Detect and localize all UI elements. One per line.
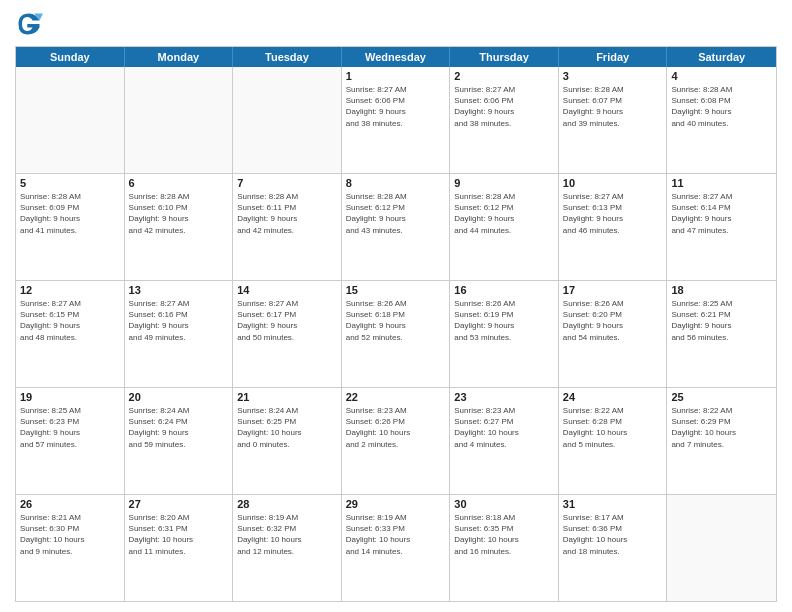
cell-info: Sunrise: 8:19 AM Sunset: 6:32 PM Dayligh… <box>237 512 337 557</box>
calendar-cell: 30Sunrise: 8:18 AM Sunset: 6:35 PM Dayli… <box>450 495 559 601</box>
cell-info: Sunrise: 8:28 AM Sunset: 6:10 PM Dayligh… <box>129 191 229 236</box>
calendar-row-3: 19Sunrise: 8:25 AM Sunset: 6:23 PM Dayli… <box>16 388 776 495</box>
cell-date-number: 19 <box>20 391 120 403</box>
calendar-cell: 11Sunrise: 8:27 AM Sunset: 6:14 PM Dayli… <box>667 174 776 280</box>
calendar-cell: 24Sunrise: 8:22 AM Sunset: 6:28 PM Dayli… <box>559 388 668 494</box>
cell-date-number: 16 <box>454 284 554 296</box>
calendar-cell: 8Sunrise: 8:28 AM Sunset: 6:12 PM Daylig… <box>342 174 451 280</box>
cell-date-number: 6 <box>129 177 229 189</box>
cell-info: Sunrise: 8:23 AM Sunset: 6:27 PM Dayligh… <box>454 405 554 450</box>
cell-info: Sunrise: 8:28 AM Sunset: 6:09 PM Dayligh… <box>20 191 120 236</box>
cell-info: Sunrise: 8:23 AM Sunset: 6:26 PM Dayligh… <box>346 405 446 450</box>
cell-info: Sunrise: 8:27 AM Sunset: 6:17 PM Dayligh… <box>237 298 337 343</box>
calendar-cell: 7Sunrise: 8:28 AM Sunset: 6:11 PM Daylig… <box>233 174 342 280</box>
day-headers: SundayMondayTuesdayWednesdayThursdayFrid… <box>16 47 776 67</box>
cell-info: Sunrise: 8:28 AM Sunset: 6:12 PM Dayligh… <box>454 191 554 236</box>
calendar-cell <box>667 495 776 601</box>
calendar-cell: 25Sunrise: 8:22 AM Sunset: 6:29 PM Dayli… <box>667 388 776 494</box>
cell-info: Sunrise: 8:18 AM Sunset: 6:35 PM Dayligh… <box>454 512 554 557</box>
cell-info: Sunrise: 8:27 AM Sunset: 6:06 PM Dayligh… <box>346 84 446 129</box>
cell-date-number: 10 <box>563 177 663 189</box>
cell-date-number: 11 <box>671 177 772 189</box>
calendar-cell: 5Sunrise: 8:28 AM Sunset: 6:09 PM Daylig… <box>16 174 125 280</box>
day-header-tuesday: Tuesday <box>233 47 342 67</box>
cell-info: Sunrise: 8:27 AM Sunset: 6:16 PM Dayligh… <box>129 298 229 343</box>
calendar-cell: 16Sunrise: 8:26 AM Sunset: 6:19 PM Dayli… <box>450 281 559 387</box>
calendar-cell: 18Sunrise: 8:25 AM Sunset: 6:21 PM Dayli… <box>667 281 776 387</box>
calendar-cell: 29Sunrise: 8:19 AM Sunset: 6:33 PM Dayli… <box>342 495 451 601</box>
cell-info: Sunrise: 8:28 AM Sunset: 6:12 PM Dayligh… <box>346 191 446 236</box>
calendar-cell: 22Sunrise: 8:23 AM Sunset: 6:26 PM Dayli… <box>342 388 451 494</box>
cell-info: Sunrise: 8:22 AM Sunset: 6:29 PM Dayligh… <box>671 405 772 450</box>
cell-info: Sunrise: 8:27 AM Sunset: 6:13 PM Dayligh… <box>563 191 663 236</box>
cell-date-number: 25 <box>671 391 772 403</box>
cell-date-number: 18 <box>671 284 772 296</box>
calendar-cell: 13Sunrise: 8:27 AM Sunset: 6:16 PM Dayli… <box>125 281 234 387</box>
calendar-cell: 12Sunrise: 8:27 AM Sunset: 6:15 PM Dayli… <box>16 281 125 387</box>
cell-date-number: 3 <box>563 70 663 82</box>
page: SundayMondayTuesdayWednesdayThursdayFrid… <box>0 0 792 612</box>
cell-info: Sunrise: 8:27 AM Sunset: 6:06 PM Dayligh… <box>454 84 554 129</box>
day-header-wednesday: Wednesday <box>342 47 451 67</box>
calendar-cell: 19Sunrise: 8:25 AM Sunset: 6:23 PM Dayli… <box>16 388 125 494</box>
calendar-cell: 31Sunrise: 8:17 AM Sunset: 6:36 PM Dayli… <box>559 495 668 601</box>
cell-info: Sunrise: 8:25 AM Sunset: 6:23 PM Dayligh… <box>20 405 120 450</box>
cell-info: Sunrise: 8:24 AM Sunset: 6:24 PM Dayligh… <box>129 405 229 450</box>
calendar-cell <box>233 67 342 173</box>
cell-date-number: 14 <box>237 284 337 296</box>
cell-info: Sunrise: 8:21 AM Sunset: 6:30 PM Dayligh… <box>20 512 120 557</box>
calendar-cell: 3Sunrise: 8:28 AM Sunset: 6:07 PM Daylig… <box>559 67 668 173</box>
calendar-cell: 14Sunrise: 8:27 AM Sunset: 6:17 PM Dayli… <box>233 281 342 387</box>
cell-date-number: 23 <box>454 391 554 403</box>
cell-date-number: 1 <box>346 70 446 82</box>
calendar-cell: 21Sunrise: 8:24 AM Sunset: 6:25 PM Dayli… <box>233 388 342 494</box>
cell-info: Sunrise: 8:22 AM Sunset: 6:28 PM Dayligh… <box>563 405 663 450</box>
cell-date-number: 24 <box>563 391 663 403</box>
cell-info: Sunrise: 8:26 AM Sunset: 6:19 PM Dayligh… <box>454 298 554 343</box>
calendar-cell: 17Sunrise: 8:26 AM Sunset: 6:20 PM Dayli… <box>559 281 668 387</box>
day-header-monday: Monday <box>125 47 234 67</box>
calendar-cell: 28Sunrise: 8:19 AM Sunset: 6:32 PM Dayli… <box>233 495 342 601</box>
calendar-cell <box>16 67 125 173</box>
cell-date-number: 30 <box>454 498 554 510</box>
day-header-friday: Friday <box>559 47 668 67</box>
calendar-cell: 15Sunrise: 8:26 AM Sunset: 6:18 PM Dayli… <box>342 281 451 387</box>
cell-date-number: 28 <box>237 498 337 510</box>
cell-date-number: 17 <box>563 284 663 296</box>
calendar-cell <box>125 67 234 173</box>
cell-info: Sunrise: 8:26 AM Sunset: 6:20 PM Dayligh… <box>563 298 663 343</box>
calendar-row-1: 5Sunrise: 8:28 AM Sunset: 6:09 PM Daylig… <box>16 174 776 281</box>
cell-date-number: 26 <box>20 498 120 510</box>
calendar-cell: 10Sunrise: 8:27 AM Sunset: 6:13 PM Dayli… <box>559 174 668 280</box>
calendar-cell: 27Sunrise: 8:20 AM Sunset: 6:31 PM Dayli… <box>125 495 234 601</box>
cell-info: Sunrise: 8:28 AM Sunset: 6:08 PM Dayligh… <box>671 84 772 129</box>
calendar-row-2: 12Sunrise: 8:27 AM Sunset: 6:15 PM Dayli… <box>16 281 776 388</box>
calendar: SundayMondayTuesdayWednesdayThursdayFrid… <box>15 46 777 602</box>
cell-date-number: 27 <box>129 498 229 510</box>
calendar-cell: 4Sunrise: 8:28 AM Sunset: 6:08 PM Daylig… <box>667 67 776 173</box>
cell-date-number: 12 <box>20 284 120 296</box>
cell-info: Sunrise: 8:24 AM Sunset: 6:25 PM Dayligh… <box>237 405 337 450</box>
cell-date-number: 29 <box>346 498 446 510</box>
calendar-row-4: 26Sunrise: 8:21 AM Sunset: 6:30 PM Dayli… <box>16 495 776 601</box>
calendar-grid: 1Sunrise: 8:27 AM Sunset: 6:06 PM Daylig… <box>16 67 776 601</box>
calendar-cell: 20Sunrise: 8:24 AM Sunset: 6:24 PM Dayli… <box>125 388 234 494</box>
cell-info: Sunrise: 8:27 AM Sunset: 6:15 PM Dayligh… <box>20 298 120 343</box>
calendar-cell: 1Sunrise: 8:27 AM Sunset: 6:06 PM Daylig… <box>342 67 451 173</box>
cell-date-number: 9 <box>454 177 554 189</box>
cell-date-number: 13 <box>129 284 229 296</box>
calendar-cell: 23Sunrise: 8:23 AM Sunset: 6:27 PM Dayli… <box>450 388 559 494</box>
cell-info: Sunrise: 8:28 AM Sunset: 6:07 PM Dayligh… <box>563 84 663 129</box>
cell-info: Sunrise: 8:27 AM Sunset: 6:14 PM Dayligh… <box>671 191 772 236</box>
cell-info: Sunrise: 8:20 AM Sunset: 6:31 PM Dayligh… <box>129 512 229 557</box>
calendar-cell: 26Sunrise: 8:21 AM Sunset: 6:30 PM Dayli… <box>16 495 125 601</box>
cell-info: Sunrise: 8:17 AM Sunset: 6:36 PM Dayligh… <box>563 512 663 557</box>
calendar-cell: 6Sunrise: 8:28 AM Sunset: 6:10 PM Daylig… <box>125 174 234 280</box>
cell-date-number: 15 <box>346 284 446 296</box>
header <box>15 10 777 38</box>
day-header-saturday: Saturday <box>667 47 776 67</box>
cell-info: Sunrise: 8:19 AM Sunset: 6:33 PM Dayligh… <box>346 512 446 557</box>
cell-info: Sunrise: 8:28 AM Sunset: 6:11 PM Dayligh… <box>237 191 337 236</box>
logo <box>15 10 47 38</box>
calendar-cell: 9Sunrise: 8:28 AM Sunset: 6:12 PM Daylig… <box>450 174 559 280</box>
